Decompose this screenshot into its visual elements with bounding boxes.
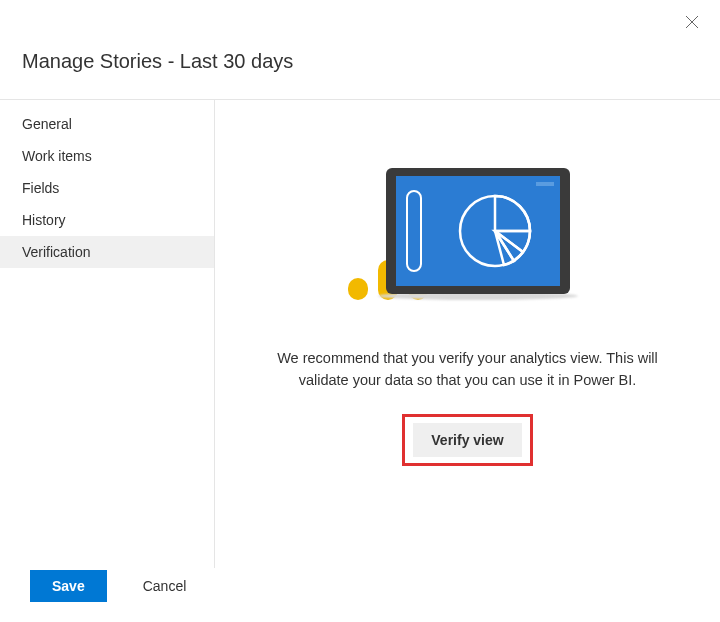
analytics-illustration: [348, 168, 588, 308]
verify-view-button[interactable]: Verify view: [413, 423, 521, 457]
close-button[interactable]: [682, 12, 702, 32]
dialog-footer: Save Cancel: [30, 570, 208, 602]
sidebar-item-label: Fields: [22, 180, 59, 196]
sidebar-item-fields[interactable]: Fields: [0, 172, 214, 204]
sidebar-item-label: Verification: [22, 244, 90, 260]
verify-button-highlight: Verify view: [402, 414, 532, 466]
sidebar: General Work items Fields History Verifi…: [0, 100, 214, 568]
save-button[interactable]: Save: [30, 570, 107, 602]
dialog-header: Manage Stories - Last 30 days: [0, 0, 720, 99]
sidebar-item-history[interactable]: History: [0, 204, 214, 236]
close-icon: [685, 15, 699, 29]
sidebar-item-label: General: [22, 116, 72, 132]
content-area: General Work items Fields History Verifi…: [0, 100, 720, 568]
cancel-button[interactable]: Cancel: [121, 570, 209, 602]
dialog-title: Manage Stories - Last 30 days: [22, 50, 698, 73]
sidebar-item-label: Work items: [22, 148, 92, 164]
sidebar-item-label: History: [22, 212, 66, 228]
sidebar-item-verification[interactable]: Verification: [0, 236, 214, 268]
sidebar-item-general[interactable]: General: [0, 108, 214, 140]
sidebar-item-work-items[interactable]: Work items: [0, 140, 214, 172]
tablet-icon: [386, 168, 570, 294]
pie-chart-icon: [454, 190, 536, 272]
verification-description: We recommend that you verify your analyt…: [258, 348, 678, 392]
main-panel: We recommend that you verify your analyt…: [214, 100, 720, 568]
